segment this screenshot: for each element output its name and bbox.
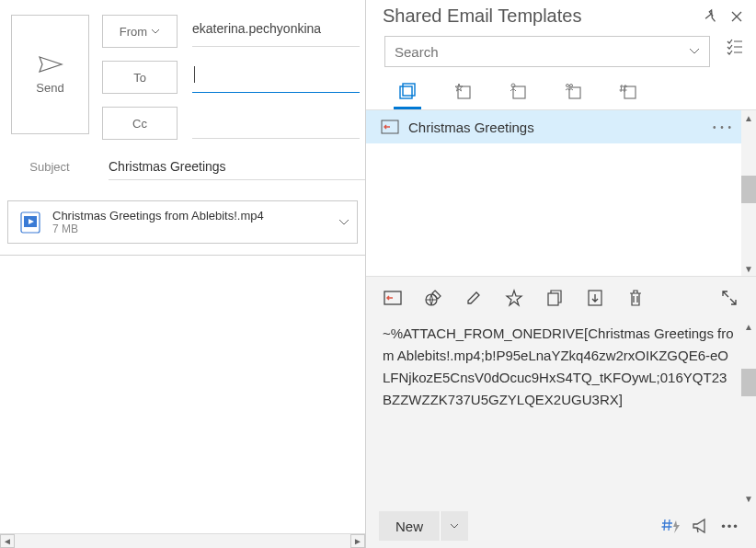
svg-rect-4 — [458, 86, 470, 98]
expand-button[interactable] — [717, 286, 741, 310]
attachment-name: Christmas Greetings from Ablebits!.mp4 — [52, 209, 329, 223]
panel-title: Shared Email Templates — [383, 6, 695, 27]
templates-panel: Shared Email Templates — [366, 0, 756, 548]
tab-team[interactable] — [559, 80, 587, 109]
copy-button[interactable] — [543, 286, 567, 310]
template-name: Christmas Greetings — [408, 120, 704, 135]
chevron-down-icon[interactable] — [689, 48, 700, 55]
new-button-label[interactable]: New — [379, 511, 441, 541]
checklist-icon[interactable] — [725, 36, 745, 56]
subject-label: Subject — [6, 160, 94, 174]
svg-rect-14 — [548, 293, 558, 305]
insert-template-button[interactable] — [381, 286, 405, 310]
hash-template-icon — [618, 81, 638, 101]
svg-rect-5 — [513, 86, 525, 98]
chevron-down-icon[interactable] — [338, 219, 349, 226]
search-input[interactable] — [384, 36, 710, 67]
svg-rect-10 — [624, 86, 636, 98]
vertical-scrollbar[interactable]: ▲ ▼ — [741, 319, 756, 506]
pin-icon[interactable] — [701, 6, 721, 27]
cc-button[interactable]: Cc — [102, 107, 178, 140]
more-icon[interactable]: • • • — [713, 122, 732, 132]
compose-pane: Send From To Cc — [0, 0, 366, 548]
people-template-icon — [563, 81, 583, 101]
scroll-thumb[interactable] — [741, 176, 756, 203]
to-field[interactable] — [195, 67, 350, 82]
send-icon — [38, 55, 63, 74]
svg-point-8 — [567, 84, 569, 86]
video-file-icon — [17, 210, 43, 235]
svg-rect-3 — [403, 84, 415, 96]
hash-lightning-icon[interactable] — [659, 513, 684, 539]
svg-point-9 — [570, 84, 573, 86]
from-field[interactable] — [192, 21, 350, 36]
scroll-right-button[interactable]: ► — [350, 534, 365, 548]
scroll-up-button[interactable]: ▲ — [741, 319, 756, 334]
announce-icon[interactable] — [688, 513, 714, 539]
star-template-icon — [452, 81, 473, 101]
scroll-left-button[interactable]: ◄ — [0, 534, 15, 548]
to-button[interactable]: To — [102, 61, 178, 94]
new-button[interactable]: New — [379, 511, 468, 541]
template-insert-icon — [381, 120, 399, 134]
send-button[interactable]: Send — [11, 15, 89, 134]
scroll-down-button[interactable]: ▼ — [741, 261, 756, 276]
horizontal-scrollbar[interactable]: ◄ ► — [0, 533, 365, 548]
template-content[interactable]: ~%ATTACH_FROM_ONEDRIVE[Christmas Greetin… — [366, 319, 741, 506]
compose-body[interactable] — [0, 255, 365, 533]
from-button[interactable]: From — [102, 15, 178, 48]
person-template-icon — [508, 81, 528, 101]
tab-favorites[interactable] — [449, 80, 476, 109]
close-icon[interactable] — [727, 6, 747, 27]
scroll-up-button[interactable]: ▲ — [741, 110, 756, 125]
tab-all-templates[interactable] — [394, 80, 421, 109]
search-field[interactable] — [395, 44, 689, 60]
send-label: Send — [36, 81, 63, 95]
web-edit-button[interactable] — [421, 286, 445, 310]
templates-icon — [397, 81, 418, 101]
cc-field[interactable] — [192, 113, 350, 128]
attachment-size: 7 MB — [52, 223, 329, 235]
scroll-thumb[interactable] — [741, 369, 756, 396]
import-button[interactable] — [583, 286, 607, 310]
tab-shared[interactable] — [504, 80, 532, 109]
more-icon[interactable]: ••• — [717, 513, 743, 539]
tab-tags[interactable] — [614, 80, 642, 109]
template-item[interactable]: Christmas Greetings • • • — [366, 110, 741, 143]
chevron-down-icon — [151, 29, 160, 34]
editor-toolbar — [366, 277, 756, 319]
svg-rect-2 — [400, 86, 412, 98]
new-button-dropdown[interactable] — [441, 511, 468, 541]
subject-field[interactable]: Christmas Greetings — [109, 154, 365, 180]
delete-button[interactable] — [624, 286, 647, 310]
vertical-scrollbar[interactable]: ▲ ▼ — [741, 110, 756, 276]
attachment-chip[interactable]: Christmas Greetings from Ablebits!.mp4 7… — [7, 200, 358, 244]
chevron-down-icon — [450, 523, 459, 529]
edit-button[interactable] — [462, 286, 486, 310]
scroll-down-button[interactable]: ▼ — [741, 491, 756, 506]
favorite-button[interactable] — [502, 286, 526, 310]
